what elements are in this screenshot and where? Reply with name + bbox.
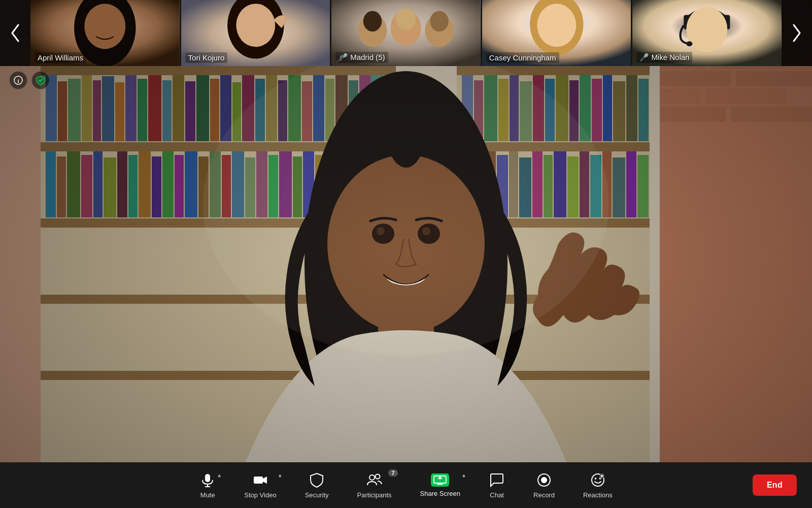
record-button[interactable]: Record [519, 462, 569, 508]
microphone-icon [199, 472, 216, 488]
security-label: Security [305, 491, 329, 499]
thumbnail-tori[interactable]: Tori Kojuro [181, 0, 330, 66]
share-screen-label: Share Screen [420, 490, 461, 497]
record-label: Record [533, 491, 555, 499]
next-arrow[interactable] [782, 0, 812, 66]
svg-text:i: i [17, 78, 19, 84]
info-icon: i [14, 76, 23, 85]
chat-bubble-icon [489, 472, 505, 488]
svg-point-144 [430, 11, 449, 31]
left-arrow-icon [9, 23, 21, 43]
mike-muted-icon: 🎤 [639, 53, 649, 61]
svg-point-133 [84, 4, 125, 49]
april-name: April Williams [35, 52, 86, 63]
tori-name: Tori Kojuro [185, 52, 228, 63]
toolbar: ▲ Mute ▲ Stop Video Security 7 [0, 462, 812, 508]
info-button[interactable]: i [9, 71, 27, 89]
background-scene [0, 0, 812, 508]
participants-strip: April Williams [0, 0, 812, 66]
mute-label: Mute [200, 491, 215, 499]
reactions-label: Reactions [583, 491, 613, 499]
shield-check-icon [36, 75, 46, 85]
main-video [0, 0, 812, 508]
participants-count-badge: 7 [388, 469, 397, 477]
svg-point-143 [396, 8, 416, 30]
svg-point-160 [375, 474, 380, 479]
casey-name: Casey Cunningham [486, 52, 559, 63]
madrid-name: 🎤Madrid (5) [335, 52, 388, 63]
svg-point-165 [541, 477, 547, 483]
thumbnail-mike[interactable]: 🎤Mike Nolan [632, 0, 782, 66]
svg-rect-155 [205, 474, 210, 482]
share-screen-inner-icon [433, 475, 447, 485]
participants-icon [366, 472, 383, 488]
stop-video-caret[interactable]: ▲ [278, 472, 283, 478]
share-screen-icon [431, 473, 449, 487]
svg-rect-129 [0, 0, 812, 508]
prev-arrow[interactable] [0, 0, 30, 66]
thumbnail-madrid[interactable]: 🎤 🎤Madrid (5) [331, 0, 481, 66]
top-left-controls: i [9, 71, 50, 89]
svg-point-147 [537, 4, 576, 47]
stop-video-label: Stop Video [244, 491, 276, 499]
chat-label: Chat [490, 491, 503, 499]
mike-name: 🎤Mike Nolan [636, 52, 692, 63]
reactions-button[interactable]: Reactions [569, 462, 627, 508]
end-meeting-button[interactable]: End [753, 474, 797, 496]
share-screen-button[interactable]: ▲ Share Screen [406, 462, 475, 508]
security-button[interactable]: Security [291, 462, 343, 508]
shield-button[interactable] [31, 71, 50, 89]
video-camera-icon [252, 472, 268, 488]
thumbnails-container: April Williams [30, 0, 782, 66]
mute-button[interactable]: ▲ Mute [185, 462, 230, 508]
thumbnail-casey[interactable]: Casey Cunningham [482, 0, 631, 66]
security-shield-icon [309, 472, 325, 488]
svg-point-142 [363, 11, 382, 31]
share-screen-caret[interactable]: ▲ [461, 472, 466, 478]
svg-point-151 [687, 7, 728, 52]
right-arrow-icon [791, 23, 803, 43]
participants-button[interactable]: 7 Participants [343, 462, 406, 508]
mute-caret[interactable]: ▲ [217, 472, 222, 478]
reactions-emoji-icon [590, 472, 606, 488]
record-icon [536, 472, 552, 488]
participants-label: Participants [357, 491, 392, 499]
chat-button[interactable]: Chat [475, 462, 519, 508]
stop-video-button[interactable]: ▲ Stop Video [230, 462, 290, 508]
svg-point-152 [687, 41, 693, 46]
thumbnail-april[interactable]: April Williams [30, 0, 180, 66]
svg-rect-158 [254, 477, 263, 484]
svg-point-167 [595, 478, 597, 480]
madrid-muted-mic: 🎤 [339, 53, 348, 61]
svg-point-137 [236, 4, 275, 47]
svg-point-159 [369, 475, 375, 480]
